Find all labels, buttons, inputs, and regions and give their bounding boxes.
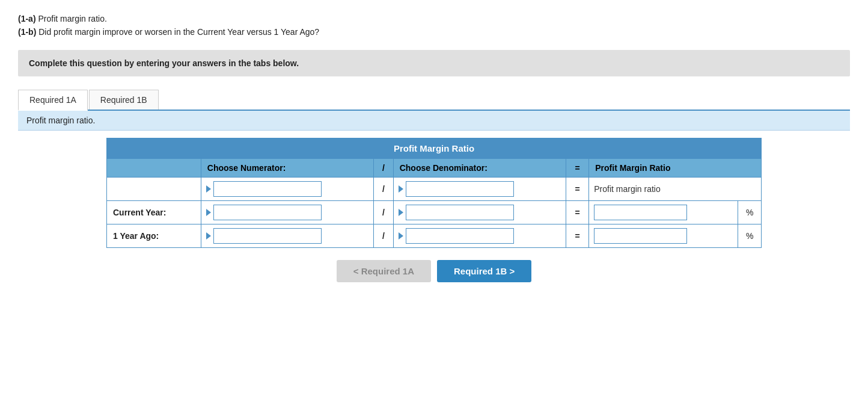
triangle-icon-d1 [399,209,403,216]
equals-cell-2: = [566,224,589,247]
prev-arrow-icon [353,266,361,276]
table-row: Current Year: / = [107,200,762,224]
result-input-cell-2[interactable] [589,224,738,247]
denominator-input-1[interactable] [406,205,514,220]
ratio-table: Profit Margin Ratio Choose Numerator: / … [106,138,762,248]
triangle-icon-d2 [399,232,403,240]
slash-cell-1: / [374,200,394,224]
equals-cell-0: = [566,177,589,200]
numerator-input-2[interactable] [213,228,322,244]
question-1b: (1-b) Did profit margin improve or worse… [18,25,850,39]
percent-cell-2: % [738,224,762,247]
col-result: Profit Margin Ratio [589,158,762,177]
nav-buttons: Required 1A Required 1B [18,260,850,282]
equals-cell-1: = [566,200,589,224]
result-input-2[interactable] [594,228,687,244]
result-input-cell-1[interactable] [589,200,738,224]
row-label-current-year: Current Year: [107,200,201,224]
numerator-input-1[interactable] [213,205,322,220]
triangle-icon-1 [206,209,211,216]
ratio-table-wrapper: Profit Margin Ratio Choose Numerator: / … [18,138,850,248]
prev-button[interactable]: Required 1A [337,260,431,282]
triangle-icon-d0 [399,185,403,193]
numerator-input-cell-0[interactable] [201,177,373,200]
question-header: (1-a) Profit margin ratio. (1-b) Did pro… [18,12,850,39]
row-label-empty [107,177,201,200]
result-static-cell-0: Profit margin ratio [589,177,762,200]
col-slash: / [374,158,394,177]
denominator-input-0[interactable] [406,181,514,197]
table-row: 1 Year Ago: / = [107,224,762,247]
tab-required-1b[interactable]: Required 1B [89,90,159,110]
numerator-input-cell-2[interactable] [201,224,373,247]
instruction-box: Complete this question by entering your … [18,50,850,76]
col-numerator: Choose Numerator: [201,158,373,177]
next-button[interactable]: Required 1B [437,260,531,282]
percent-cell-1: % [738,200,762,224]
table-title-row: Profit Margin Ratio [107,138,762,158]
triangle-icon-2 [206,232,211,240]
numerator-input-0[interactable] [213,181,322,197]
slash-cell-2: / [374,224,394,247]
table-header-row: Choose Numerator: / Choose Denominator: … [107,158,762,177]
table-title: Profit Margin Ratio [107,138,762,158]
table-row: / = Profit margin ratio [107,177,762,200]
question-1a: (1-a) Profit margin ratio. [18,12,850,25]
tabs-container: Required 1A Required 1B [18,90,850,111]
instruction-text: Complete this question by entering your … [29,58,299,68]
tab-required-1a[interactable]: Required 1A [18,90,88,111]
result-input-1[interactable] [594,205,687,220]
triangle-icon-0 [206,185,211,193]
slash-cell-0: / [374,177,394,200]
denominator-input-2[interactable] [406,228,514,244]
next-arrow-icon [507,266,515,276]
denominator-input-cell-1[interactable] [393,200,566,224]
result-static-text-0: Profit margin ratio [594,184,660,194]
col-equals: = [566,158,589,177]
denominator-input-cell-2[interactable] [393,224,566,247]
numerator-input-cell-1[interactable] [201,200,373,224]
tab-content-label: Profit margin ratio. [18,111,850,131]
col-denominator: Choose Denominator: [393,158,566,177]
denominator-input-cell-0[interactable] [393,177,566,200]
row-label-1year-ago: 1 Year Ago: [107,224,201,247]
